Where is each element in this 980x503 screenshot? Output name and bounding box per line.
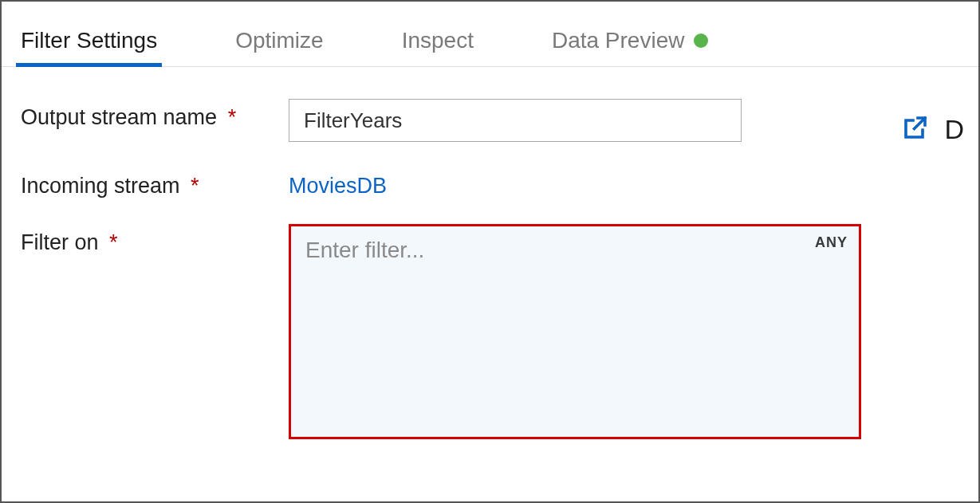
tab-label: Optimize [235,28,323,53]
truncated-label: D [944,114,964,145]
tab-inspect[interactable]: Inspect [399,12,477,66]
status-dot-icon [694,33,708,48]
label-filter-on: Filter on * [21,224,289,255]
tab-filter-settings[interactable]: Filter Settings [18,12,160,66]
tab-bar: Filter Settings Optimize Inspect Data Pr… [2,2,978,67]
right-side-actions: D [901,113,964,145]
label-text: Output stream name [21,105,217,129]
filter-type-badge: ANY [815,234,848,251]
required-marker: * [109,230,118,254]
form-area: Output stream name * Incoming stream * M… [2,67,978,439]
row-filter-on: Filter on * Enter filter... ANY [21,224,959,439]
required-marker: * [191,174,199,198]
label-incoming-stream: Incoming stream * [21,167,289,198]
tab-optimize[interactable]: Optimize [232,12,326,66]
label-text: Filter on [21,230,99,254]
open-external-icon[interactable] [901,113,930,145]
output-stream-name-input[interactable] [289,99,742,142]
label-text: Incoming stream [21,174,180,198]
row-incoming-stream: Incoming stream * MoviesDB [21,167,959,198]
filter-expression-input[interactable]: Enter filter... ANY [289,224,861,439]
tab-data-preview[interactable]: Data Preview [549,12,712,66]
tab-label: Inspect [402,28,474,53]
row-output-stream-name: Output stream name * [21,99,959,142]
required-marker: * [228,105,237,129]
filter-settings-panel: Filter Settings Optimize Inspect Data Pr… [0,0,980,503]
tab-label: Filter Settings [21,28,157,53]
tab-label: Data Preview [552,28,685,53]
incoming-stream-link[interactable]: MoviesDB [289,167,387,198]
filter-placeholder-text: Enter filter... [305,238,424,262]
label-output-stream-name: Output stream name * [21,99,289,130]
